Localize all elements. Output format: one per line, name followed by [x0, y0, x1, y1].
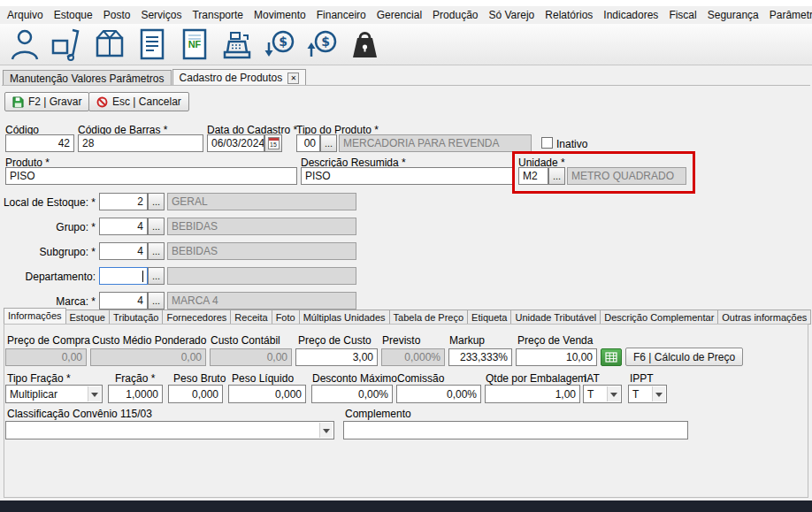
menu-parametros[interactable]: Parâmetros	[764, 7, 812, 23]
chevron-down-icon	[652, 386, 665, 401]
inativo-label: Inativo	[556, 138, 587, 150]
desconto-maximo-field[interactable]: 0,00%	[311, 385, 393, 403]
save-icon	[12, 96, 24, 108]
tipo-produto-code-field[interactable]: 00	[296, 134, 320, 152]
iat-select[interactable]: T	[583, 385, 622, 403]
preco-venda-field[interactable]: 10,00	[516, 348, 597, 366]
weight-lock-icon	[349, 27, 380, 61]
subgrupo-code-field[interactable]: 4	[99, 242, 148, 260]
unidade-code-field[interactable]: M2	[518, 167, 548, 185]
inativo-checkbox[interactable]	[541, 137, 553, 149]
menu-servicos[interactable]: Serviços	[135, 7, 187, 23]
ippt-value: T	[632, 388, 639, 401]
departamento-code-field[interactable]	[99, 267, 148, 285]
peso-liquido-label: Peso Líquido	[232, 372, 294, 385]
classificacao-select[interactable]	[5, 421, 334, 439]
preco-venda-label: Preço de Venda	[517, 334, 593, 347]
weight-lock-toolbar-button[interactable]	[347, 25, 382, 64]
menu-bar: Arquivo Estoque Posto Serviços Transport…	[0, 6, 812, 24]
main-toolbar: NF $ $	[0, 24, 812, 65]
menu-arquivo[interactable]: Arquivo	[2, 7, 49, 23]
menu-financeiro[interactable]: Financeiro	[311, 7, 372, 23]
package-toolbar-button[interactable]	[92, 25, 127, 64]
menu-transporte[interactable]: Transporte	[187, 7, 249, 23]
menu-so-varejo[interactable]: Só Varejo	[483, 7, 540, 23]
unidade-description-field: METRO QUADRADO	[567, 167, 686, 185]
nf-document-toolbar-button[interactable]: NF	[177, 25, 212, 64]
local-estoque-lookup-button[interactable]: ...	[148, 193, 165, 210]
custo-contabil-label: Custo Contábil	[211, 334, 280, 347]
report-toolbar-button[interactable]	[134, 25, 170, 64]
menu-indicadores[interactable]: Indicadores	[598, 7, 663, 23]
tab-multiplas-unidades[interactable]: Múltiplas Unidades	[300, 309, 390, 325]
money-in-toolbar-button[interactable]: $	[262, 25, 297, 64]
user-toolbar-button[interactable]	[7, 25, 42, 64]
menu-posto[interactable]: Posto	[98, 7, 136, 23]
complemento-label: Complemento	[345, 408, 411, 420]
menu-estoque[interactable]: Estoque	[49, 7, 98, 23]
tab-foto[interactable]: Foto	[272, 309, 300, 325]
tab-descricao-complementar[interactable]: Descrição Complementar	[601, 309, 718, 325]
menu-seguranca[interactable]: Segurança	[702, 7, 764, 23]
local-estoque-code-field[interactable]: 2	[99, 193, 148, 210]
peso-bruto-field[interactable]: 0,000	[168, 385, 223, 403]
preco-custo-field[interactable]: 3,00	[295, 348, 378, 366]
tab-manutencao-valores-parametros[interactable]: Manutenção Valores Parâmetros	[3, 70, 172, 86]
handtruck-toolbar-button[interactable]	[50, 25, 85, 64]
classificacao-label: Classificação Convênio 115/03	[7, 408, 152, 420]
menu-producao[interactable]: Produção	[427, 7, 483, 23]
tab-informacoes[interactable]: Informações	[4, 308, 66, 325]
fracao-field[interactable]: 1,0000	[108, 385, 163, 403]
tab-estoque[interactable]: Estoque	[66, 309, 110, 325]
departamento-lookup-button[interactable]: ...	[148, 267, 165, 285]
subgrupo-lookup-button[interactable]: ...	[148, 242, 165, 260]
tipo-fracao-select[interactable]: Multiplicar	[5, 385, 103, 403]
marca-code-field[interactable]: 4	[99, 292, 148, 309]
price-table-button[interactable]	[601, 348, 622, 366]
tab-receita[interactable]: Receita	[231, 309, 272, 325]
data-cadastro-field[interactable]: 06/03/2024	[207, 134, 264, 152]
tab-unidade-tributavel[interactable]: Unidade Tributável	[511, 309, 601, 325]
descricao-resumida-field[interactable]: PISO	[301, 167, 513, 185]
qtde-embalagem-field[interactable]: 1,00	[485, 385, 580, 403]
tab-fornecedores[interactable]: Fornecedores	[163, 309, 231, 325]
close-icon[interactable]: ✕	[287, 73, 299, 84]
custo-medio-field: 0,00	[90, 348, 206, 366]
calendar-button[interactable]: 15	[264, 134, 282, 152]
produto-field[interactable]: PISO	[5, 167, 297, 185]
tipo-produto-lookup-button[interactable]: ...	[320, 134, 337, 152]
peso-liquido-field[interactable]: 0,000	[228, 385, 306, 403]
tab-tributacao[interactable]: Tributação	[110, 309, 164, 325]
complemento-field[interactable]	[343, 421, 688, 439]
calc-price-button[interactable]: F6 | Cálculo de Preço	[625, 348, 743, 366]
tab-outras-informacoes[interactable]: Outras informações	[718, 309, 811, 325]
menu-movimento[interactable]: Movimento	[249, 7, 311, 23]
local-estoque-label: Local de Estoque: *	[4, 196, 96, 209]
codigo-field[interactable]: 42	[5, 134, 74, 152]
grupo-lookup-button[interactable]: ...	[148, 218, 165, 235]
tab-etiqueta[interactable]: Etiqueta	[468, 309, 511, 325]
custo-medio-label: Custo Médio Ponderado	[92, 334, 206, 347]
tab-cadastro-de-produtos[interactable]: Cadastro de Produtos ✕	[172, 69, 307, 86]
grupo-label: Grupo: *	[56, 221, 96, 233]
menu-fiscal[interactable]: Fiscal	[663, 7, 701, 23]
package-icon	[93, 27, 126, 61]
document-tab-strip: Manutenção Valores Parâmetros Cadastro d…	[3, 69, 306, 86]
money-out-toolbar-button[interactable]: $	[304, 25, 340, 64]
ippt-select[interactable]: T	[628, 385, 667, 403]
unidade-lookup-button[interactable]: ...	[548, 167, 565, 185]
cancel-button-label: Esc | Cancelar	[112, 96, 181, 108]
grupo-code-field[interactable]: 4	[99, 218, 148, 235]
cash-register-toolbar-button[interactable]	[219, 25, 255, 64]
tab-tabela-de-preco[interactable]: Tabela de Preço	[390, 309, 469, 325]
markup-field[interactable]: 233,333%	[448, 348, 512, 366]
menu-gerencial[interactable]: Gerencial	[372, 7, 427, 23]
comissao-field[interactable]: 0,00%	[396, 385, 481, 403]
calendar-icon: 15	[268, 137, 280, 149]
tab-label: Manutenção Valores Parâmetros	[10, 73, 165, 85]
menu-relatorios[interactable]: Relatórios	[540, 7, 598, 23]
save-button[interactable]: F2 | Gravar	[4, 92, 89, 111]
cancel-button[interactable]: Esc | Cancelar	[88, 92, 189, 111]
marca-lookup-button[interactable]: ...	[148, 292, 165, 309]
codigo-barras-field[interactable]: 28	[78, 134, 203, 152]
